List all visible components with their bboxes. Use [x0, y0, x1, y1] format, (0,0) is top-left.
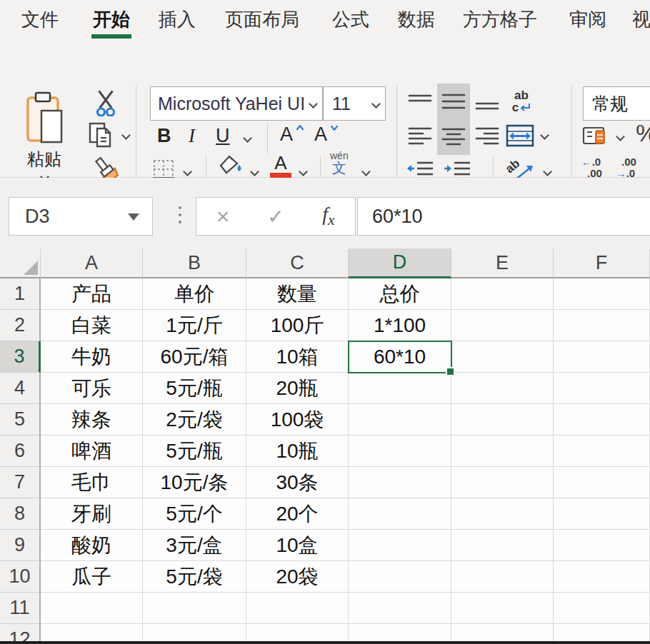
- cell-F7[interactable]: [554, 467, 650, 498]
- cell-C9[interactable]: 10盒: [246, 530, 349, 561]
- align-top-button[interactable]: [406, 88, 434, 116]
- cell-D11[interactable]: [349, 593, 451, 624]
- cell-A1[interactable]: 产品: [41, 278, 143, 310]
- italic-button[interactable]: I: [189, 125, 195, 147]
- cell-D1[interactable]: 总价: [349, 278, 451, 310]
- cell-B1[interactable]: 单价: [143, 278, 246, 310]
- ribbon-tab-1[interactable]: 文件: [21, 7, 59, 32]
- cell-B11[interactable]: [143, 593, 246, 624]
- cell-A4[interactable]: 可乐: [41, 373, 143, 404]
- cell-D10[interactable]: [349, 561, 451, 593]
- cut-button[interactable]: [91, 88, 120, 118]
- cell-F4[interactable]: [554, 373, 650, 404]
- cell-C10[interactable]: 20袋: [246, 561, 349, 593]
- cell-D3[interactable]: 60*10: [349, 341, 451, 373]
- cell-E5[interactable]: [451, 404, 554, 436]
- wrap-text-button[interactable]: ab c: [504, 84, 539, 119]
- font-color-button[interactable]: A: [270, 154, 291, 178]
- cell-E10[interactable]: [451, 561, 554, 593]
- ribbon-tab-9[interactable]: 视: [632, 7, 650, 32]
- row-header-9[interactable]: 9: [0, 530, 41, 561]
- cell-C3[interactable]: 10箱: [246, 341, 349, 373]
- cell-D2[interactable]: 1*100: [349, 310, 451, 341]
- cell-E3[interactable]: [451, 341, 554, 373]
- chevron-down-icon[interactable]: [299, 167, 308, 176]
- cell-C1[interactable]: 数量: [246, 278, 349, 310]
- row-header-5[interactable]: 5: [0, 404, 41, 436]
- font-name-combo[interactable]: Microsoft YaHei UI: [150, 86, 323, 121]
- chevron-down-icon[interactable]: [183, 167, 192, 176]
- cell-D7[interactable]: [349, 467, 451, 498]
- cell-A7[interactable]: 毛巾: [41, 467, 143, 498]
- formula-input[interactable]: 60*10: [357, 197, 650, 236]
- cell-E8[interactable]: [451, 498, 554, 530]
- cell-E2[interactable]: [451, 310, 554, 341]
- chevron-down-icon[interactable]: [121, 131, 131, 140]
- cell-F11[interactable]: [554, 593, 650, 624]
- cell-C6[interactable]: 10瓶: [246, 436, 349, 467]
- bold-button[interactable]: B: [157, 125, 171, 147]
- merge-center-button[interactable]: [504, 121, 536, 151]
- column-header-D[interactable]: D: [349, 248, 451, 278]
- cell-F2[interactable]: [554, 310, 650, 341]
- cell-B4[interactable]: 5元/瓶: [143, 373, 246, 404]
- chevron-down-icon[interactable]: [243, 134, 252, 143]
- insert-function-icon[interactable]: fx: [302, 203, 355, 229]
- phonetic-guide-button[interactable]: wén 文: [330, 151, 349, 175]
- ribbon-tab-8[interactable]: 审阅: [569, 7, 606, 32]
- align-left-button[interactable]: [406, 122, 434, 151]
- cell-E9[interactable]: [451, 530, 554, 561]
- formula-bar-resize-handle[interactable]: [179, 206, 181, 223]
- cell-D9[interactable]: [349, 530, 451, 561]
- cell-F9[interactable]: [554, 530, 650, 561]
- cell-B8[interactable]: 5元/个: [143, 498, 246, 530]
- increase-decimal-button[interactable]: ←.0 .00: [580, 156, 602, 179]
- cell-C4[interactable]: 20瓶: [246, 373, 349, 404]
- ribbon-tab-4[interactable]: 页面布局: [225, 7, 299, 32]
- row-header-6[interactable]: 6: [0, 436, 41, 467]
- decrease-decimal-button[interactable]: .00 →.0: [614, 156, 636, 179]
- select-all-corner[interactable]: [0, 248, 41, 278]
- cell-B10[interactable]: 5元/袋: [143, 561, 246, 593]
- cancel-icon[interactable]: ×: [196, 203, 249, 230]
- paste-button[interactable]: 粘贴: [19, 85, 70, 185]
- cell-A8[interactable]: 牙刷: [41, 498, 143, 530]
- cell-D6[interactable]: [349, 436, 451, 467]
- align-bottom-button[interactable]: [473, 88, 501, 116]
- cell-C8[interactable]: 20个: [246, 498, 349, 530]
- accounting-format-button[interactable]: [581, 124, 610, 149]
- ribbon-tab-3[interactable]: 插入: [159, 7, 196, 32]
- increase-font-size-button[interactable]: A: [280, 124, 304, 146]
- cell-F8[interactable]: [554, 498, 650, 530]
- row-header-2[interactable]: 2: [0, 310, 41, 341]
- cell-F1[interactable]: [554, 278, 650, 310]
- font-size-combo[interactable]: 11: [323, 86, 386, 121]
- column-header-C[interactable]: C: [246, 248, 349, 278]
- cell-B6[interactable]: 5元/瓶: [143, 436, 246, 467]
- row-header-8[interactable]: 8: [0, 498, 41, 530]
- cell-D8[interactable]: [349, 498, 451, 530]
- ribbon-tab-7[interactable]: 方方格子: [463, 7, 537, 32]
- chevron-down-icon[interactable]: [361, 167, 371, 176]
- number-format-combo[interactable]: 常规: [583, 86, 650, 121]
- ribbon-tab-6[interactable]: 数据: [398, 7, 435, 32]
- row-header-1[interactable]: 1: [0, 278, 41, 310]
- row-header-10[interactable]: 10: [0, 561, 41, 593]
- copy-button[interactable]: [87, 121, 117, 151]
- cell-F6[interactable]: [554, 436, 650, 467]
- cell-E6[interactable]: [451, 436, 554, 467]
- cell-F10[interactable]: [554, 561, 650, 593]
- cell-C11[interactable]: [246, 593, 349, 624]
- cell-E4[interactable]: [451, 373, 554, 404]
- cell-B7[interactable]: 10元/条: [143, 467, 246, 498]
- cell-C5[interactable]: 100袋: [246, 404, 349, 436]
- decrease-font-size-button[interactable]: A: [314, 124, 339, 146]
- chevron-down-icon[interactable]: [543, 167, 552, 176]
- row-header-7[interactable]: 7: [0, 467, 41, 498]
- cell-A11[interactable]: [41, 593, 143, 624]
- cell-A6[interactable]: 啤酒: [41, 436, 143, 467]
- chevron-down-icon[interactable]: [616, 132, 625, 141]
- percent-style-button[interactable]: %: [636, 119, 650, 151]
- column-header-F[interactable]: F: [554, 248, 650, 278]
- cell-B5[interactable]: 2元/袋: [143, 404, 246, 436]
